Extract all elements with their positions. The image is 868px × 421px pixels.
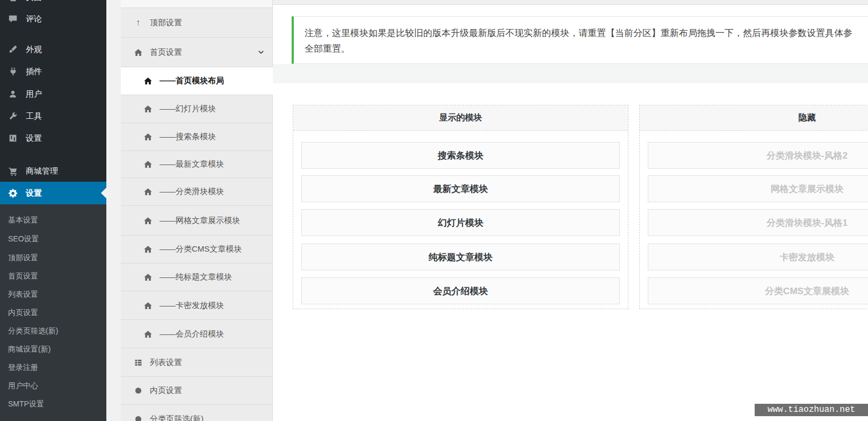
sidebar-item-comments[interactable]: 评论 <box>0 10 106 28</box>
sidebar-gap <box>106 0 121 421</box>
sidebar-item-label: 外观 <box>26 45 42 55</box>
hidden-modules-panel: 隐藏 分类滑块模块-风格2 网格文章展示模块 分类滑块模块-风格1 卡密发放模块… <box>639 105 868 309</box>
nav-item-title-only-module[interactable]: ——纯标题文章模块 <box>121 263 273 291</box>
visible-modules-panel: 显示的模块 搜索条模块 最新文章模块 幻灯片模块 纯标题文章模块 会员介绍模块 <box>293 105 628 309</box>
nav-item-label: 分类页筛选(新) <box>150 414 204 421</box>
home-icon <box>142 273 153 282</box>
home-icon <box>142 104 153 113</box>
sidebar-item-label: 设置 <box>26 133 42 144</box>
nav-item-label: 首页设置 <box>150 47 182 58</box>
nav-item-top-settings[interactable]: ↑ 顶部设置 <box>121 8 273 38</box>
comments-icon <box>8 13 18 24</box>
module-item[interactable]: 分类滑块模块-风格2 <box>648 142 868 169</box>
circle-icon <box>133 386 143 395</box>
admin-page: 页面 评论 外观 插件 用户 <box>0 0 868 421</box>
gear-icon <box>8 188 18 198</box>
nav-item-inner-settings[interactable]: 内页设置 <box>121 377 273 405</box>
nav-row-partial-top[interactable] <box>121 0 273 8</box>
nav-item-cat-cms-module[interactable]: ——分类CMS文章模块 <box>121 236 273 263</box>
nav-item-latest-posts-module[interactable]: ——最新文章模块 <box>121 151 273 178</box>
nav-item-member-intro-module[interactable]: ——会员介绍模块 <box>121 320 273 348</box>
home-icon <box>142 245 153 254</box>
settings-icon <box>8 133 18 144</box>
module-item[interactable]: 幻灯片模块 <box>301 209 620 236</box>
sidebar-item-label: 评论 <box>26 14 42 24</box>
submenu-item-topbar[interactable]: 顶部设置 <box>8 253 38 263</box>
nav-item-label: ——网格文章展示模块 <box>160 216 240 226</box>
module-item[interactable]: 会员介绍模块 <box>301 277 620 304</box>
nav-item-home-settings[interactable]: 首页设置 <box>121 38 273 67</box>
plugins-icon <box>8 66 18 77</box>
nav-item-label: ——会员介绍模块 <box>160 329 224 339</box>
pages-icon <box>8 0 18 3</box>
submenu-item-cat-filter[interactable]: 分类页筛选(新) <box>8 326 58 336</box>
home-icon <box>142 330 153 339</box>
module-item[interactable]: 最新文章模块 <box>301 175 620 202</box>
nav-item-label: ——分类滑块模块 <box>160 187 224 197</box>
module-item[interactable]: 搜索条模块 <box>301 142 620 169</box>
arrow-up-icon: ↑ <box>133 18 143 27</box>
sidebar-item-appearance[interactable]: 外观 <box>0 40 106 59</box>
panel-title-text: 显示的模块 <box>439 112 482 124</box>
nav-item-searchbar-module[interactable]: ——搜索条模块 <box>121 123 273 151</box>
submenu-item-smtp[interactable]: SMTP设置 <box>8 399 44 409</box>
sidebar-item-label: 工具 <box>26 111 42 122</box>
nav-item-cat-slider-module[interactable]: ——分类滑块模块 <box>121 178 273 206</box>
panel-title-text: 隐藏 <box>799 112 816 124</box>
nav-item-list-settings[interactable]: 列表设置 <box>121 348 273 377</box>
appearance-icon <box>8 44 18 55</box>
notice-line-1: 注意，这里模块如果是比较旧的版本升级最新版后不现实新的模块，请重置【当前分区】重… <box>305 25 868 41</box>
module-item[interactable]: 卡密发放模块 <box>648 244 868 270</box>
home-icon <box>142 301 153 310</box>
users-icon <box>8 89 18 99</box>
notice-line-2: 全部重置。 <box>305 41 868 56</box>
module-item[interactable]: 分类滑块模块-风格1 <box>648 209 868 236</box>
nav-item-cat-filter-settings[interactable]: 分类页筛选(新) <box>121 405 273 421</box>
home-icon <box>142 76 153 85</box>
cart-icon <box>8 166 18 176</box>
nav-item-grid-posts-module[interactable]: ——网格文章展示模块 <box>121 206 273 236</box>
sidebar-item-label: 页面 <box>26 0 42 3</box>
sidebar-item-settings[interactable]: 设置 <box>0 129 106 147</box>
list-icon <box>133 358 143 367</box>
sidebar-item-pages[interactable]: 页面 <box>0 0 106 6</box>
visible-panel-title: 显示的模块 <box>293 105 628 131</box>
sidebar-item-label: 插件 <box>26 67 42 77</box>
main-content: 注意，这里模块如果是比较旧的版本升级最新版后不现实新的模块，请重置【当前分区】重… <box>273 0 868 421</box>
sidebar-item-tools[interactable]: 工具 <box>0 107 106 125</box>
module-item[interactable]: 分类CMS文章展模块 <box>648 277 868 304</box>
nav-item-label: ——首页模块布局 <box>160 76 224 86</box>
home-icon <box>142 216 153 225</box>
home-icon <box>133 48 143 57</box>
submenu-item-shop[interactable]: 商城设置(新) <box>8 345 50 354</box>
submenu-item-seo[interactable]: SEO设置 <box>8 234 39 244</box>
submenu-item-user-center[interactable]: 用户中心 <box>8 381 38 391</box>
submenu-item-homepage[interactable]: 首页设置 <box>8 272 38 281</box>
nav-item-label: ——搜索条模块 <box>160 132 216 142</box>
home-icon <box>142 160 153 169</box>
admin-sidebar: 页面 评论 外观 插件 用户 <box>0 0 106 421</box>
module-item[interactable]: 网格文章展示模块 <box>648 175 868 202</box>
submenu-item-login[interactable]: 登录注册 <box>8 363 38 373</box>
sidebar-item-shop-manage[interactable]: 商城管理 <box>0 162 106 180</box>
nav-item-home-module-layout[interactable]: ——首页模块布局 <box>121 67 273 95</box>
watermark: www.tiaozhuan.net <box>755 404 868 416</box>
submenu-item-inner[interactable]: 内页设置 <box>8 308 38 318</box>
nav-item-label: 内页设置 <box>150 386 182 396</box>
nav-item-label: 列表设置 <box>150 358 182 368</box>
nav-item-card-key-module[interactable]: ——卡密发放模块 <box>121 291 273 320</box>
nav-item-label: 顶部设置 <box>150 18 182 28</box>
sidebar-item-theme-settings[interactable]: 设置 <box>0 182 106 204</box>
nav-item-label: ——分类CMS文章模块 <box>160 244 242 254</box>
submenu-item-basic[interactable]: 基本设置 <box>8 216 38 225</box>
tools-icon <box>8 111 18 122</box>
sidebar-item-label: 商城管理 <box>26 166 58 176</box>
sidebar-item-plugins[interactable]: 插件 <box>0 62 106 81</box>
hidden-panel-title: 隐藏 <box>640 105 868 131</box>
module-item[interactable]: 纯标题文章模块 <box>301 244 620 270</box>
nav-item-slider-module[interactable]: ——幻灯片模块 <box>121 95 273 123</box>
submenu-item-list[interactable]: 列表设置 <box>8 290 38 299</box>
sidebar-submenu: 基本设置 SEO设置 顶部设置 首页设置 列表设置 内页设置 分类页筛选(新) … <box>0 204 106 421</box>
settings-nav: ↑ 顶部设置 首页设置 ——首页模块布局 ——幻灯片模块 <box>121 0 273 421</box>
sidebar-item-users[interactable]: 用户 <box>0 85 106 103</box>
